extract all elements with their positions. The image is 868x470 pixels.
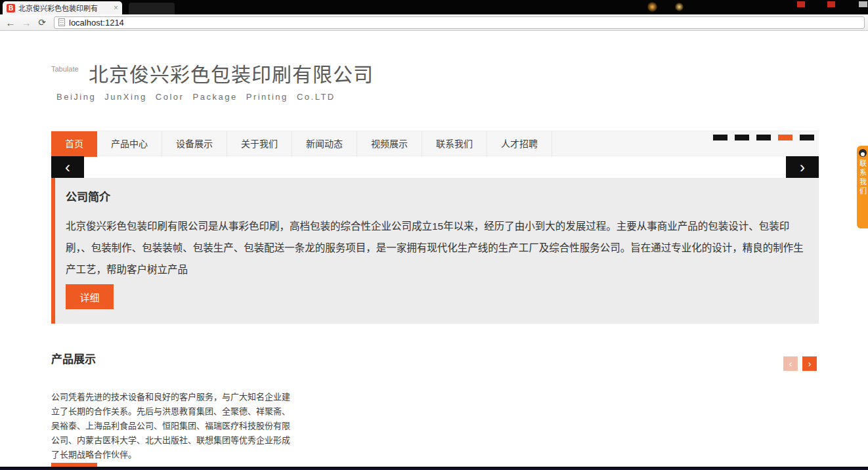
background-window-artifact — [129, 3, 175, 14]
slide-indicators — [713, 135, 814, 140]
refresh-icon[interactable]: ⟳ — [34, 17, 50, 28]
url-text[interactable]: localhost:1214 — [69, 18, 124, 28]
site-subtitle: BeiJing JunXing Color Package Printing C… — [56, 92, 336, 102]
tab-title: 北京俊兴彩色包装印刷有 — [18, 3, 110, 13]
forward-icon[interactable]: → — [18, 17, 34, 28]
floating-contact-widget[interactable]: 联系我们 — [857, 146, 868, 228]
nav-item-about[interactable]: 关于我们 — [227, 131, 292, 157]
slide-indicator[interactable] — [735, 135, 749, 140]
products-section-title: 产品展示 — [51, 350, 96, 366]
nav-item-equipment[interactable]: 设备展示 — [162, 131, 227, 157]
web-page: Tabulate 北京俊兴彩色包装印刷有限公司 BeiJing JunXing … — [0, 31, 868, 470]
products-next-button[interactable]: › — [802, 356, 817, 371]
nav-item-home[interactable]: 首页 — [51, 131, 97, 157]
back-icon[interactable]: ← — [3, 17, 18, 28]
nav-item-news[interactable]: 新闻动态 — [292, 131, 357, 157]
brand-small-label: Tabulate — [51, 65, 79, 73]
slide-indicator[interactable] — [756, 135, 771, 140]
intro-body-text: 北京俊兴彩色包装印刷有限公司是从事彩色印刷，高档包装的综合性企业公司成立15年以… — [66, 215, 808, 280]
qq-icon — [859, 149, 867, 157]
browser-window: B 北京俊兴彩色包装印刷有 × ← → ⟳ localhost:1214 Tab… — [0, 0, 868, 470]
carousel-prev-button[interactable]: ‹ — [51, 156, 84, 178]
browser-tab[interactable]: B 北京俊兴彩色包装印刷有 × — [3, 1, 122, 14]
slide-indicator[interactable] — [713, 135, 727, 140]
tab-close-icon[interactable]: × — [114, 4, 118, 12]
nav-item-products[interactable]: 产品中心 — [97, 131, 162, 157]
nav-item-contact[interactable]: 联系我们 — [422, 131, 487, 157]
page-icon — [58, 18, 65, 26]
background-window-artifact — [675, 3, 684, 11]
window-controls-artifact — [859, 1, 867, 7]
nav-item-video[interactable]: 视频展示 — [357, 131, 422, 157]
slide-indicator-active[interactable] — [778, 135, 792, 140]
favicon-icon: B — [7, 4, 15, 12]
background-window-artifact — [647, 2, 657, 12]
products-body-text: 公司凭着先进的技术设备和良好的客户服务，与广大知名企业建立了长期的合作关系。先后… — [51, 390, 297, 462]
carousel-next-button[interactable]: › — [786, 156, 819, 178]
contact-vertical-label: 联系我们 — [857, 160, 868, 196]
browser-tab-strip: B 北京俊兴彩色包装印刷有 × — [0, 0, 868, 14]
slide-indicator[interactable] — [800, 135, 814, 140]
main-nav: 首页 产品中心 设备展示 关于我们 新闻动态 视频展示 联系我们 人才招聘 — [51, 131, 819, 156]
products-prev-button[interactable]: ‹ — [783, 356, 798, 371]
background-window-artifact — [827, 1, 835, 7]
site-title: 北京俊兴彩色包装印刷有限公司 — [89, 58, 374, 87]
background-window-artifact — [797, 1, 805, 7]
intro-title: 公司简介 — [66, 188, 110, 204]
taskbar-edge — [0, 467, 868, 470]
browser-toolbar: ← → ⟳ localhost:1214 — [0, 14, 868, 31]
nav-item-jobs[interactable]: 人才招聘 — [487, 131, 552, 157]
address-bar[interactable]: localhost:1214 — [54, 16, 865, 29]
company-intro-panel: 公司简介 北京俊兴彩色包装印刷有限公司是从事彩色印刷，高档包装的综合性企业公司成… — [51, 178, 819, 324]
detail-button[interactable]: 详细 — [66, 284, 114, 309]
